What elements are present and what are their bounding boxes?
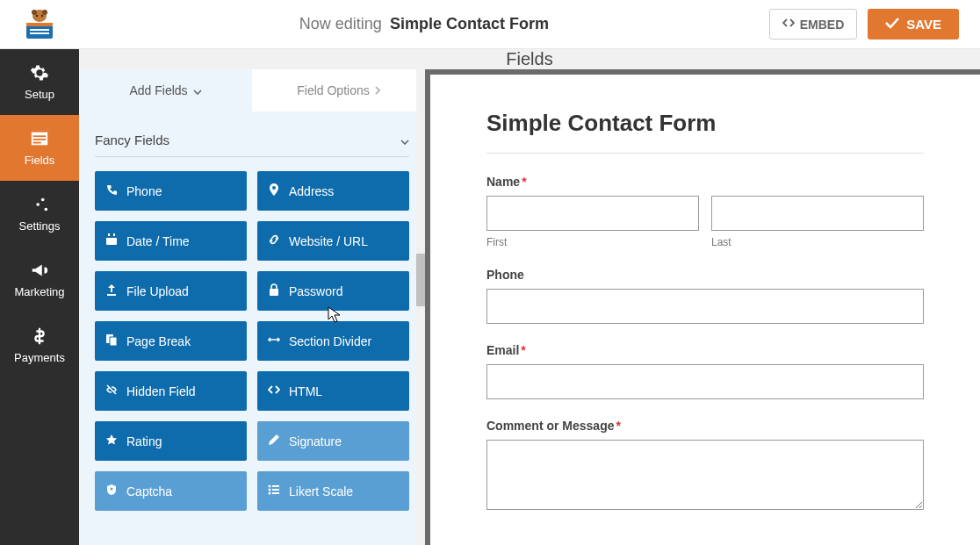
field-section-divider[interactable]: Section Divider [257,321,409,361]
field-phone[interactable]: Phone [95,171,247,211]
code-icon [268,384,280,398]
label-phone: Phone [486,268,924,282]
label-comment-text: Comment or Message [486,419,614,433]
list-icon [268,484,280,498]
editing-label: Now editing [299,15,382,32]
svg-point-3 [36,14,38,16]
eye-off-icon [105,384,118,398]
tab-add-fields[interactable]: Add Fields [79,69,252,111]
svg-rect-18 [108,233,110,236]
dollar-icon [30,326,49,346]
sublabel-first: First [486,236,699,248]
form-name-title: Simple Contact Form [390,15,549,32]
tab-field-options[interactable]: Field Options [252,69,425,111]
svg-rect-29 [272,492,279,494]
app-logo[interactable] [0,9,79,40]
form-title: Simple Contact Form [486,110,924,137]
save-button[interactable]: SAVE [868,9,959,39]
field-label: File Upload [126,284,189,298]
svg-rect-7 [30,29,49,31]
preview-wrap: Simple Contact Form Name* First Last [425,69,980,545]
nav-settings[interactable]: Settings [0,181,79,247]
field-label: Address [289,184,334,198]
field-website-url[interactable]: Website / URL [257,221,409,261]
svg-point-14 [36,203,40,206]
svg-rect-20 [270,289,278,296]
svg-point-13 [41,198,45,202]
input-last-name[interactable] [711,196,924,231]
embed-button[interactable]: EMBED [769,9,858,39]
field-html[interactable]: HTML [257,371,409,411]
svg-rect-8 [30,32,49,34]
input-email[interactable] [486,364,924,399]
field-label: Page Break [126,334,191,348]
page-title: Now editing Simple Contact Form [79,15,769,33]
field-label: Hidden Field [126,384,196,398]
check-icon [885,17,899,32]
input-phone[interactable] [486,289,924,324]
field-label: Likert Scale [289,484,353,498]
field-label: Section Divider [289,334,371,348]
nav-marketing[interactable]: Marketing [0,247,79,312]
field-date-time[interactable]: Date / Time [95,221,247,261]
panel-scrollbar-thumb[interactable] [416,254,425,306]
field-likert-scale[interactable]: Likert Scale [257,471,409,511]
star-icon [105,434,118,448]
svg-rect-12 [33,142,41,144]
field-label: Website / URL [289,234,368,248]
chevron-down-icon [193,83,202,97]
fields-panel: Add Fields Field Options Fancy Fields Ph… [79,69,425,545]
link-icon [268,233,280,248]
form-preview[interactable]: Simple Contact Form Name* First Last [430,75,980,545]
nav-payments[interactable]: Payments [0,312,79,378]
phone-icon [105,183,118,198]
nav-setup[interactable]: Setup [0,49,79,115]
label-email-text: Email [486,343,519,357]
field-label: Password [289,284,342,298]
required-mark: * [522,175,526,189]
sliders-icon [30,195,49,214]
form-icon [30,129,49,148]
svg-rect-27 [272,489,279,491]
panel-scrollbar-track[interactable] [416,69,425,545]
panel-header: Fields [79,49,980,69]
label-email: Email* [486,343,924,357]
field-label: Captcha [126,484,172,498]
code-icon [782,17,795,32]
svg-point-2 [42,10,47,15]
field-captcha[interactable]: Captcha [95,471,247,511]
chevron-down-icon [400,133,409,147]
field-page-break[interactable]: Page Break [95,321,247,361]
tab-options-label: Field Options [297,83,369,97]
nav-fields[interactable]: Fields [0,115,79,181]
svg-point-23 [111,488,113,491]
section-title: Fancy Fields [95,133,169,147]
shield-icon [105,484,118,498]
pin-icon [268,183,280,198]
input-first-name[interactable] [486,196,699,231]
input-comment[interactable] [486,440,924,510]
files-icon [105,333,118,348]
nav-payments-label: Payments [14,351,65,364]
field-label: Signature [289,434,342,448]
field-hidden-field[interactable]: Hidden Field [95,371,247,411]
field-password[interactable]: Password [257,271,409,311]
field-rating[interactable]: Rating [95,421,247,461]
svg-point-15 [45,208,48,212]
field-label: Date / Time [126,234,190,248]
sidebar-nav: Setup Fields Settings Marketing Payments [0,49,79,545]
section-fancy-fields[interactable]: Fancy Fields [95,124,409,157]
svg-point-1 [32,10,37,15]
field-file-upload[interactable]: File Upload [95,271,247,311]
field-address[interactable]: Address [257,171,409,211]
svg-rect-25 [272,485,279,487]
svg-rect-17 [106,235,117,238]
label-name: Name* [486,175,924,189]
nav-fields-label: Fields [25,154,55,167]
chevron-right-icon [375,83,380,97]
topbar: Now editing Simple Contact Form EMBED SA… [0,0,980,49]
save-label: SAVE [906,17,941,32]
field-signature[interactable]: Signature [257,421,409,461]
tab-add-label: Add Fields [129,83,187,97]
svg-rect-11 [33,139,47,140]
